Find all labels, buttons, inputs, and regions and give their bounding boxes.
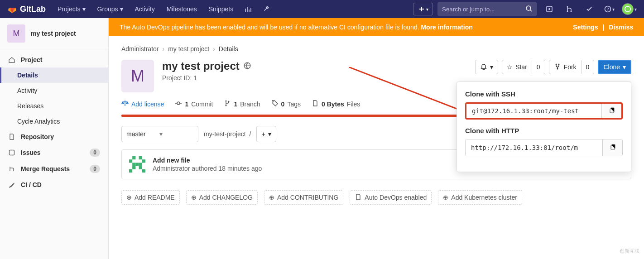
plus-box-icon: ⊕ [126, 194, 132, 201]
tree-add-dropdown[interactable]: + ▾ [256, 126, 276, 142]
gitlab-logo-icon [7, 4, 17, 15]
commit-icon [175, 100, 182, 108]
chevron-down-icon: ▾ [120, 5, 123, 13]
files-icon [312, 100, 319, 108]
merge-requests-shortcut-icon[interactable] [562, 0, 577, 18]
activity-graph-icon[interactable] [240, 0, 256, 18]
global-search[interactable] [437, 2, 537, 16]
files-stat[interactable]: 0 BytesFiles [312, 100, 360, 108]
clone-http-row [465, 139, 623, 156]
doc-icon [8, 133, 15, 140]
chevron-down-icon: ▾ [159, 130, 163, 138]
branch-selector[interactable]: master ▾ [121, 126, 198, 142]
nav-milestones[interactable]: Milestones [162, 0, 202, 18]
new-dropdown-button[interactable]: ▾ [413, 3, 433, 15]
issues-shortcut-icon[interactable] [542, 0, 557, 18]
repo-path[interactable]: my-test-project [204, 130, 246, 138]
svg-point-15 [226, 105, 227, 106]
svg-rect-18 [129, 159, 132, 163]
mr-count-badge: 0 [90, 165, 100, 173]
branches-stat[interactable]: 1Branch [224, 100, 260, 108]
sidebar-project-header[interactable]: M my test project [0, 18, 108, 49]
banner-more-info-link[interactable]: More information [421, 24, 472, 31]
sidebar-item-repository[interactable]: Repository [0, 129, 108, 144]
clone-ssh-input[interactable] [466, 104, 601, 118]
chevron-right-icon: › [162, 45, 164, 53]
search-icon [525, 5, 533, 14]
project-avatar-icon: M [7, 24, 25, 43]
auto-devops-button[interactable]: Auto DevOps enabled [350, 190, 432, 205]
breadcrumb-admin[interactable]: Administrator [121, 45, 159, 53]
add-license-link[interactable]: Add license [121, 100, 164, 108]
nav-activity[interactable]: Activity [130, 0, 159, 18]
copy-icon [608, 107, 615, 115]
add-readme-button[interactable]: ⊕Add README [121, 190, 180, 205]
chevron-down-icon: ▾ [623, 63, 626, 71]
nav-snippets[interactable]: Snippets [204, 0, 238, 18]
svg-text:?: ? [606, 7, 609, 11]
sidebar-item-project[interactable]: Project [0, 52, 108, 67]
breadcrumb-current: Details [219, 45, 238, 53]
nav-projects[interactable]: Projects▾ [53, 0, 90, 18]
issues-count-badge: 0 [90, 149, 100, 157]
sidebar-project-name: my test project [31, 30, 76, 37]
svg-point-17 [273, 101, 274, 102]
project-id: Project ID: 1 [162, 74, 467, 82]
clone-http-input[interactable] [466, 139, 602, 156]
todos-shortcut-icon[interactable] [582, 0, 597, 18]
commits-stat[interactable]: 1Commit [175, 100, 213, 108]
project-avatar-large: M [121, 60, 154, 92]
copy-http-button[interactable] [602, 139, 622, 156]
user-menu[interactable]: ▾ [621, 0, 637, 18]
sidebar-item-details[interactable]: Details [0, 67, 108, 83]
help-dropdown[interactable]: ?▾ [601, 0, 617, 18]
banner-settings-link[interactable]: Settings [573, 24, 598, 31]
svg-point-12 [557, 68, 558, 69]
sidebar-item-cicd[interactable]: CI / CD [0, 177, 108, 192]
main-content: The Auto DevOps pipeline has been enable… [109, 18, 644, 259]
clone-ssh-row [465, 102, 623, 120]
star-count: 0 [532, 60, 545, 74]
admin-wrench-icon[interactable] [259, 0, 274, 18]
star-button[interactable]: ☆ Star [502, 60, 532, 74]
svg-point-3 [567, 6, 568, 8]
commit-title[interactable]: Add new file [153, 157, 262, 164]
breadcrumb-project[interactable]: my test project [168, 45, 209, 53]
banner-dismiss-link[interactable]: Dismiss [609, 24, 633, 31]
sidebar-item-issues[interactable]: Issues 0 [0, 144, 108, 161]
svg-rect-27 [132, 163, 135, 166]
svg-point-10 [555, 63, 557, 65]
clone-ssh-title: Clone with SSH [465, 90, 623, 98]
nav-groups[interactable]: Groups▾ [93, 0, 128, 18]
fork-count: 0 [582, 60, 595, 74]
breadcrumb: Administrator › my test project › Detail… [121, 42, 631, 60]
add-contributing-button[interactable]: ⊕Add CONTRIBUTING [264, 190, 343, 205]
svg-rect-8 [10, 150, 14, 155]
commit-meta: Administrator authored 18 minutes ago [153, 165, 262, 172]
brand-text: GitLab [20, 5, 46, 14]
svg-rect-25 [129, 169, 132, 173]
tags-stat[interactable]: 0Tags [271, 100, 301, 108]
svg-point-5 [571, 11, 572, 12]
svg-point-11 [558, 63, 559, 65]
sidebar-item-releases[interactable]: Releases [0, 98, 108, 114]
top-nav: Projects▾ Groups▾ Activity Milestones Sn… [53, 0, 274, 18]
fork-button[interactable]: Fork [549, 60, 582, 74]
add-kubernetes-button[interactable]: ⊕Add Kubernetes cluster [438, 190, 522, 205]
home-icon [8, 56, 15, 63]
add-changelog-button[interactable]: ⊕Add CHANGELOG [186, 190, 258, 205]
notification-dropdown[interactable]: ▾ [475, 60, 498, 74]
visibility-internal-icon [243, 60, 251, 72]
clone-button[interactable]: Clone ▾ [598, 60, 631, 74]
search-input[interactable] [442, 6, 525, 13]
rocket-icon [8, 181, 15, 188]
copy-ssh-button[interactable] [601, 104, 621, 118]
chevron-down-icon: ▾ [426, 7, 428, 12]
clone-panel: Clone with SSH Clone with HTTP [457, 82, 631, 172]
sidebar-item-merge-requests[interactable]: Merge Requests 0 [0, 161, 108, 177]
brand[interactable]: GitLab [7, 4, 46, 15]
sidebar-item-activity[interactable]: Activity [0, 83, 108, 98]
issues-icon [8, 149, 15, 156]
watermark: 创新互联 [620, 248, 639, 254]
sidebar-item-cycle-analytics[interactable]: Cycle Analytics [0, 114, 108, 129]
